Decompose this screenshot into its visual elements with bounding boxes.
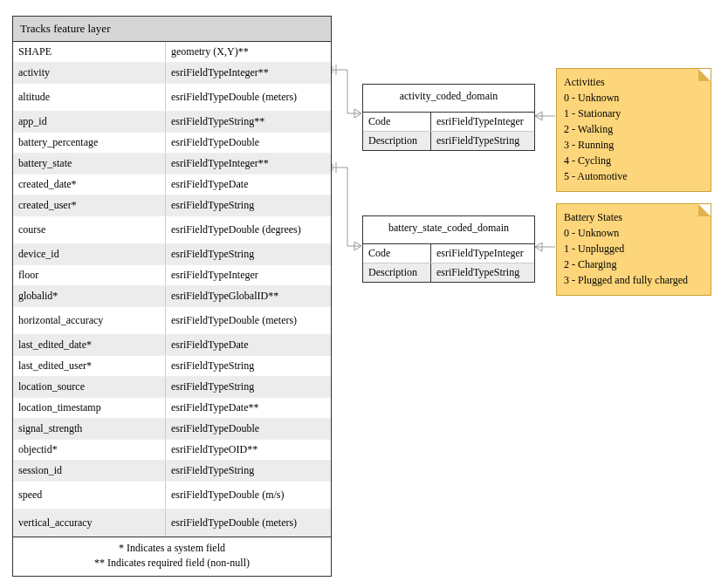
- field-row: battery_stateesriFieldTypeInteger**: [13, 154, 331, 174]
- field-type: esriFieldTypeGlobalID**: [166, 286, 331, 306]
- field-name: SHAPE: [13, 42, 166, 62]
- field-row: globalid*esriFieldTypeGlobalID**: [13, 286, 331, 307]
- field-type: esriFieldTypeDouble: [166, 419, 331, 439]
- field-row: session_idesriFieldTypeString: [13, 461, 331, 482]
- field-row: last_edited_user*esriFieldTypeString: [13, 356, 331, 377]
- field-type: esriFieldTypeString: [166, 244, 331, 264]
- field-type: esriFieldTypeString: [166, 461, 331, 481]
- field-type: esriFieldTypeString**: [166, 112, 331, 132]
- domain2-title: battery_state_coded_domain: [363, 216, 534, 244]
- field-row: location_sourceesriFieldTypeString: [13, 377, 331, 398]
- field-row: objectid*esriFieldTypeOID**: [13, 440, 331, 461]
- note-item: 1 - Stationary: [564, 106, 704, 121]
- battery-state-coded-domain-table: battery_state_coded_domain CodeesriField…: [362, 215, 535, 283]
- field-type: esriFieldTypeInteger: [166, 265, 331, 285]
- footnote-system: * Indicates a system field: [13, 541, 331, 556]
- note-item: 5 - Automotive: [564, 168, 704, 184]
- field-name: speed: [13, 482, 166, 509]
- field-name: created_user*: [13, 195, 166, 215]
- field-type: geometry (X,Y)**: [166, 42, 331, 62]
- note-fold-icon: [698, 69, 711, 81]
- note-item: 0 - Unknown: [564, 225, 704, 241]
- tracks-feature-layer-table: Tracks feature layer SHAPEgeometry (X,Y)…: [12, 16, 332, 577]
- field-name: location_source: [13, 377, 166, 397]
- note-item: 2 - Charging: [564, 256, 704, 272]
- field-type: esriFieldTypeString: [166, 377, 331, 397]
- domain-key: Code: [363, 244, 431, 263]
- domain-row: DescriptionesriFieldTypeString: [363, 131, 534, 150]
- field-name: battery_percentage: [13, 133, 166, 153]
- note2-title: Battery States: [564, 209, 704, 225]
- field-name: location_timestamp: [13, 398, 166, 418]
- field-row: last_edited_date*esriFieldTypeDate: [13, 335, 331, 356]
- main-table-header: Tracks feature layer: [13, 17, 331, 42]
- field-row: altitudeesriFieldTypeDouble (meters): [13, 84, 331, 112]
- note-item: 3 - Running: [564, 137, 704, 153]
- field-name: created_date*: [13, 174, 166, 195]
- field-name: device_id: [13, 244, 166, 264]
- note1-title: Activities: [564, 74, 704, 90]
- field-type: esriFieldTypeString: [166, 356, 331, 376]
- field-row: created_date*esriFieldTypeDate: [13, 174, 331, 195]
- note-item: 0 - Unknown: [564, 90, 704, 106]
- field-name: floor: [13, 265, 166, 285]
- activities-note: Activities 0 - Unknown1 - Stationary2 - …: [556, 68, 711, 192]
- field-type: esriFieldTypeDate**: [166, 398, 331, 418]
- note-item: 1 - Unplugged: [564, 241, 704, 256]
- domain-val: esriFieldTypeInteger: [431, 113, 534, 131]
- domain-key: Description: [363, 263, 431, 282]
- domain-val: esriFieldTypeInteger: [431, 244, 534, 263]
- field-name: session_id: [13, 461, 166, 481]
- field-row: activityesriFieldTypeInteger**: [13, 63, 331, 84]
- field-name: course: [13, 216, 166, 243]
- footnote-required: ** Indicates required field (non-null): [13, 556, 331, 571]
- field-name: objectid*: [13, 440, 166, 460]
- field-row: courseesriFieldTypeDouble (degrees): [13, 216, 331, 244]
- field-type: esriFieldTypeDouble (meters): [166, 84, 331, 111]
- field-row: device_idesriFieldTypeString: [13, 244, 331, 265]
- field-row: flooresriFieldTypeInteger: [13, 265, 331, 286]
- field-row: horizontal_accuracyesriFieldTypeDouble (…: [13, 307, 331, 335]
- field-type: esriFieldTypeDate: [166, 335, 331, 355]
- battery-states-note: Battery States 0 - Unknown1 - Unplugged2…: [556, 203, 711, 296]
- domain-key: Description: [363, 132, 431, 150]
- note-item: 2 - Walking: [564, 121, 704, 137]
- field-row: SHAPEgeometry (X,Y)**: [13, 42, 331, 63]
- field-row: signal_strengthesriFieldTypeDouble: [13, 419, 331, 440]
- field-name: signal_strength: [13, 419, 166, 439]
- field-name: altitude: [13, 84, 166, 111]
- domain-row: CodeesriFieldTypeInteger: [363, 244, 534, 263]
- field-name: horizontal_accuracy: [13, 307, 166, 334]
- field-type: esriFieldTypeDouble (m/s): [166, 482, 331, 509]
- field-type: esriFieldTypeString: [166, 195, 331, 215]
- domain-val: esriFieldTypeString: [431, 263, 534, 282]
- field-type: esriFieldTypeInteger**: [166, 154, 331, 174]
- field-row: app_idesriFieldTypeString**: [13, 112, 331, 133]
- note-item: 4 - Cycling: [564, 153, 704, 168]
- note-item: 3 - Plugged and fully charged: [564, 272, 704, 288]
- field-name: vertical_accuracy: [13, 509, 166, 537]
- field-row: speedesriFieldTypeDouble (m/s): [13, 482, 331, 509]
- field-name: app_id: [13, 112, 166, 132]
- domain-val: esriFieldTypeString: [431, 132, 534, 150]
- field-name: battery_state: [13, 154, 166, 174]
- field-type: esriFieldTypeInteger**: [166, 63, 331, 83]
- field-type: esriFieldTypeDouble (meters): [166, 307, 331, 334]
- field-name: last_edited_user*: [13, 356, 166, 376]
- field-type: esriFieldTypeOID**: [166, 440, 331, 460]
- field-row: location_timestampesriFieldTypeDate**: [13, 398, 331, 419]
- field-row: created_user*esriFieldTypeString: [13, 195, 331, 216]
- main-table-footer: * Indicates a system field ** Indicates …: [13, 537, 331, 576]
- field-type: esriFieldTypeDouble (meters): [166, 509, 331, 537]
- field-row: battery_percentageesriFieldTypeDouble: [13, 133, 331, 154]
- domain-key: Code: [363, 113, 431, 131]
- domain-row: DescriptionesriFieldTypeString: [363, 263, 534, 282]
- activity-coded-domain-table: activity_coded_domain CodeesriFieldTypeI…: [362, 84, 535, 151]
- field-name: activity: [13, 63, 166, 83]
- domain1-title: activity_coded_domain: [363, 85, 534, 113]
- field-type: esriFieldTypeDate: [166, 174, 331, 195]
- field-type: esriFieldTypeDouble (degrees): [166, 216, 331, 243]
- field-row: vertical_accuracyesriFieldTypeDouble (me…: [13, 509, 331, 537]
- note-fold-icon: [698, 204, 711, 216]
- domain-row: CodeesriFieldTypeInteger: [363, 113, 534, 131]
